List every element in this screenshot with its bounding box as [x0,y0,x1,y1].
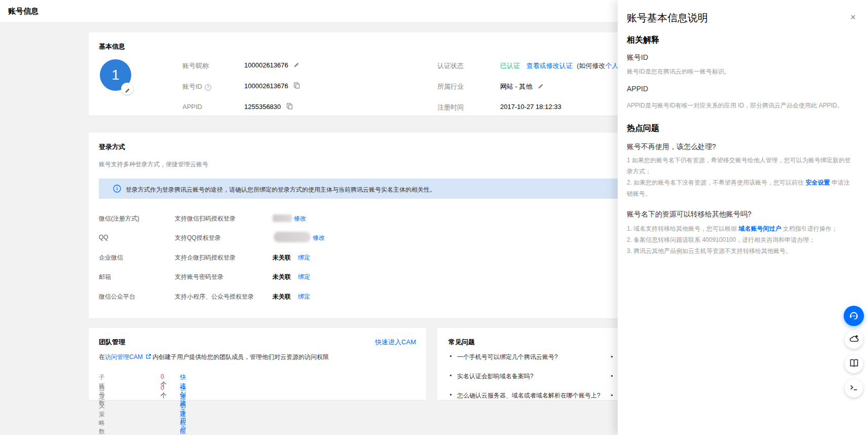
question-1-answer: 1 如果您的账号名下仍有资源，希望移交账号给他人管理，您可以为账号绑定新的登录方… [627,155,855,199]
account-id-label: 账号ID? [182,82,211,91]
info-panel: 账号基本信息说明 × 相关解释 账号ID 账号ID是您在腾讯云的唯一账号标识。 … [618,0,868,435]
faq-item[interactable]: 怎么确认云服务器、域名或者域名解析在哪个账号上? [450,391,600,400]
status-unlinked: 未关联 [273,253,291,262]
documentation-fab[interactable] [845,355,863,373]
headset-icon [848,310,859,322]
edit-nickname-icon[interactable] [293,62,299,69]
appid-label: APPID [182,103,202,111]
policy-count: 0 个 [161,384,167,400]
account-info-page: 账号信息 基本信息 1 账号昵称 100002613676 账号ID? [0,0,868,435]
hot-issues-heading: 热点问题 [627,123,659,134]
book-icon [849,358,859,370]
login-info-banner-text: 登录方式作为登录腾讯云账号的途径，请确认您所绑定的登录方式的使用主体与当前腾讯云… [126,186,436,194]
avatar[interactable]: 1 [100,59,131,91]
bullet-icon [450,355,451,357]
appid-value: 1255356830 [244,103,293,111]
enter-cam-link[interactable]: 快速进入CAM [375,338,416,347]
copy-icon[interactable] [286,103,293,111]
related-explanation-heading: 相关解释 [627,35,659,46]
account-id-value: 100002613676 [244,82,300,90]
page-title: 账号信息 [8,7,39,16]
status-unlinked: 未关联 [273,293,291,301]
bind-link[interactable]: 绑定 [298,293,310,301]
external-link-icon [145,353,152,361]
team-management-title: 团队管理 [99,338,125,347]
auth-status-value: 已认证 查看或修改认证 (如何修改个人/企 [500,61,627,70]
industry-value: 网站 - 其他 [500,82,544,91]
info-icon [113,185,121,194]
basic-info-title: 基本信息 [99,42,125,51]
cloud-bell-icon [849,334,859,346]
bind-link[interactable]: 绑定 [298,273,310,281]
avatar-initial: 1 [111,67,120,83]
masked-value [273,214,292,222]
team-management-card: 团队管理 快速进入CAM 在访问管理CAM 内创建子用户提供给您的团队成员，管理… [89,328,426,400]
create-policy-link[interactable]: 快速创建权限策略 [180,384,186,435]
domain-transfer-link[interactable]: 域名账号间过户 [739,225,781,232]
auth-modify-link[interactable]: 查看或修改认证 [526,62,573,69]
auth-status-label: 认证状态 [437,61,464,70]
copy-icon[interactable] [293,82,300,90]
bullet-icon [611,375,613,377]
status-unlinked: 未关联 [273,273,291,281]
bullet-icon [450,394,451,395]
modify-link[interactable]: 修改 [294,214,306,223]
register-time-value: 2017-10-27 18:12:33 [500,103,561,111]
masked-value [274,232,311,242]
question-1-heading: 账号不再使用，该怎么处理? [627,142,716,152]
login-methods-title: 登录方式 [99,142,125,152]
modify-link[interactable]: 修改 [313,234,325,242]
edit-industry-icon[interactable] [538,83,544,91]
cam-link[interactable]: 访问管理CAM [105,353,143,360]
support-fab[interactable] [844,306,864,326]
appid-heading: APPID [627,85,648,93]
nickname-value: 100002613676 [244,61,299,69]
bullet-icon [611,394,613,396]
bullet-icon [611,356,613,357]
policy-label: 自定义策略数 [99,384,105,435]
bind-link[interactable]: 绑定 [298,253,310,262]
question-2-answer: 1. 域名支持转移给其他账号，您可以根据 域名账号间过户 文档指引进行操作； 2… [627,223,855,257]
auth-status-badge: 已认证 [500,62,520,69]
industry-label: 所属行业 [437,82,464,91]
login-methods-subtitle: 账号支持多种登录方式，便捷管理云账号 [99,160,208,169]
console-fab[interactable] [845,379,863,397]
console-icon [849,383,859,394]
account-id-description: 账号ID是您在腾讯云的唯一账号标识。 [627,66,855,77]
nickname-label: 账号昵称 [182,61,209,70]
appid-description: APPID是与账号ID有唯一对应关系的应用 ID，部分腾讯云产品会使用此 APP… [627,100,855,111]
question-2-heading: 账号名下的资源可以转移给其他账号吗? [627,210,751,219]
faq-item[interactable]: 实名认证会影响域名备案吗? [450,372,534,381]
pencil-icon [125,81,130,97]
account-id-heading: 账号ID [627,53,648,62]
bullet-icon [450,375,451,376]
panel-title: 账号基本信息说明 [627,11,708,25]
team-description: 在访问管理CAM 内创建子用户提供给您的团队成员，管理他们对云资源的访问权限 [99,353,329,361]
faq-item[interactable]: 一个手机号可以绑定几个腾讯云账号? [450,353,558,361]
security-settings-link[interactable]: 安全设置 [806,179,830,186]
help-icon[interactable]: ? [205,84,211,91]
close-icon[interactable]: × [850,12,856,22]
register-time-label: 注册时间 [437,103,464,112]
avatar-edit-button[interactable] [121,83,133,95]
notifications-fab[interactable] [845,331,863,349]
auth-hint-text: (如何修改 [577,62,605,69]
faq-title: 常见问题 [448,338,475,347]
